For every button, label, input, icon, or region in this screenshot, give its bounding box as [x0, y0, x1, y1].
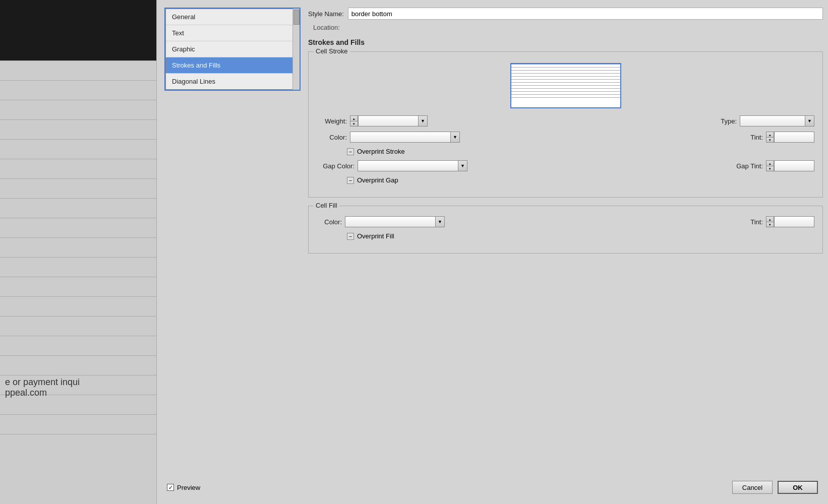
nav-scrollbar[interactable]: [292, 9, 300, 90]
weight-input[interactable]: [358, 115, 419, 127]
color-dropdown-btn[interactable]: ▼: [451, 132, 460, 143]
overprint-gap-checkbox[interactable]: −: [347, 177, 354, 184]
color-col: Color: ▼: [317, 132, 725, 143]
weight-spinner-wrapper: ▴ ▾ ▼: [350, 115, 428, 127]
style-name-input[interactable]: [348, 8, 823, 20]
fill-tint-up-btn[interactable]: ▴: [766, 216, 774, 222]
stroke-preview-box: [510, 63, 621, 108]
weight-type-row: Weight: ▴ ▾ ▼ Type: ▼: [317, 115, 814, 127]
document-lines: [0, 60, 156, 504]
cell-fill-legend: Cell Fill: [314, 202, 339, 209]
color-input[interactable]: [350, 132, 451, 143]
fill-tint-label: Tint:: [745, 218, 763, 226]
cell-stroke-legend: Cell Stroke: [314, 47, 350, 55]
overprint-fill-checkbox[interactable]: −: [347, 233, 354, 240]
nav-item-graphic[interactable]: Graphic: [166, 41, 299, 57]
location-label: Location:: [313, 24, 340, 31]
tint-spinner-wrapper: ▴ ▾: [766, 132, 814, 143]
type-label: Type:: [717, 117, 737, 125]
type-col: Type: ▼: [717, 115, 814, 127]
color-tint-row: Color: ▼ Tint: ▴ ▾: [317, 132, 814, 143]
fill-tint-down-btn[interactable]: ▾: [766, 222, 774, 227]
fill-color-col: Color: ▼: [317, 216, 725, 227]
cell-stroke-group: Cell Stroke: [308, 51, 823, 198]
background-text: e or payment inqui ppeal.com: [0, 372, 156, 403]
overprint-stroke-row: − Overprint Stroke: [317, 148, 814, 155]
fill-tint-spinner-wrapper: ▴ ▾: [766, 216, 814, 227]
type-input[interactable]: [740, 115, 805, 127]
nav-item-text[interactable]: Text: [166, 25, 299, 41]
gap-color-label: Gap Color:: [317, 162, 354, 170]
nav-list: General Text Graphic Strokes and Fills D…: [165, 9, 300, 90]
tint-down-btn[interactable]: ▾: [766, 137, 774, 143]
gap-color-col: Gap Color: ▼: [317, 160, 713, 171]
tint-col: Tint: ▴ ▾: [745, 132, 814, 143]
dialog: General Text Graphic Strokes and Fills D…: [156, 0, 828, 504]
tint-up-btn[interactable]: ▴: [766, 132, 774, 137]
weight-dropdown-btn[interactable]: ▼: [419, 115, 428, 127]
overprint-stroke-checkbox[interactable]: −: [347, 148, 354, 155]
location-row: Location:: [308, 24, 823, 31]
overprint-gap-row: − Overprint Gap: [317, 176, 814, 184]
bottom-bar: ✓ Preview Cancel OK: [157, 481, 828, 494]
gap-color-input[interactable]: [358, 160, 458, 171]
type-select-wrapper: ▼: [740, 115, 814, 127]
right-panel: Style Name: Location: Strokes and Fills …: [308, 8, 823, 262]
tint-spinner[interactable]: ▴ ▾: [766, 132, 774, 143]
ok-button[interactable]: OK: [778, 481, 818, 494]
overprint-gap-label: Overprint Gap: [357, 176, 398, 184]
cell-fill-group: Cell Fill Color: ▼ Tint: ▴ ▾: [308, 206, 823, 254]
preview-label: Preview: [177, 484, 200, 491]
style-name-label: Style Name:: [308, 10, 344, 18]
fill-tint-col: Tint: ▴ ▾: [745, 216, 814, 227]
gap-tint-label: Gap Tint:: [733, 162, 763, 170]
weight-spinner[interactable]: ▴ ▾: [350, 115, 358, 127]
color-label: Color:: [317, 134, 347, 141]
nav-item-strokes-fills[interactable]: Strokes and Fills: [166, 57, 299, 74]
color-select-wrapper: ▼: [350, 132, 460, 143]
fill-color-select-wrapper: ▼: [345, 216, 445, 227]
fill-color-dropdown-btn[interactable]: ▼: [436, 216, 445, 227]
overprint-fill-row: − Overprint Fill: [317, 232, 814, 240]
weight-down-btn[interactable]: ▾: [350, 121, 358, 127]
fill-tint-input[interactable]: [774, 216, 814, 227]
black-bar: [0, 0, 156, 60]
overprint-stroke-label: Overprint Stroke: [357, 148, 405, 155]
gap-color-dropdown-btn[interactable]: ▼: [458, 160, 467, 171]
gap-tint-input[interactable]: [774, 160, 814, 171]
weight-col: Weight: ▴ ▾ ▼: [317, 115, 696, 127]
stroke-preview-lines: [511, 64, 620, 107]
gap-color-select-wrapper: ▼: [358, 160, 467, 171]
gap-tint-spinner[interactable]: ▴ ▾: [766, 160, 774, 171]
preview-checkbox-row: ✓ Preview: [167, 484, 200, 491]
gap-tint-down-btn[interactable]: ▾: [766, 166, 774, 171]
fill-color-tint-row: Color: ▼ Tint: ▴ ▾: [317, 216, 814, 227]
nav-panel: General Text Graphic Strokes and Fills D…: [164, 8, 301, 406]
type-dropdown-btn[interactable]: ▼: [805, 115, 814, 127]
gap-tint-spinner-wrapper: ▴ ▾: [766, 160, 814, 171]
fill-color-label: Color:: [317, 218, 342, 226]
style-name-row: Style Name:: [308, 8, 823, 20]
tint-label: Tint:: [745, 134, 763, 141]
overprint-fill-label: Overprint Fill: [357, 232, 394, 240]
section-title: Strokes and Fills: [308, 38, 823, 46]
fill-tint-spinner[interactable]: ▴ ▾: [766, 216, 774, 227]
preview-checkbox[interactable]: ✓: [167, 484, 174, 491]
gap-color-tint-row: Gap Color: ▼ Gap Tint: ▴ ▾: [317, 160, 814, 171]
nav-item-general[interactable]: General: [166, 9, 299, 25]
gap-tint-up-btn[interactable]: ▴: [766, 160, 774, 166]
weight-up-btn[interactable]: ▴: [350, 115, 358, 121]
weight-label: Weight:: [317, 117, 347, 125]
nav-item-diagonal-lines[interactable]: Diagonal Lines: [166, 74, 299, 89]
nav-list-wrapper: General Text Graphic Strokes and Fills D…: [164, 8, 301, 91]
nav-scroll-thumb[interactable]: [293, 10, 300, 25]
gap-tint-col: Gap Tint: ▴ ▾: [733, 160, 814, 171]
tint-input[interactable]: [774, 132, 814, 143]
background-left: e or payment inqui ppeal.com: [0, 0, 156, 504]
stroke-preview-area: [317, 63, 814, 108]
fill-color-input[interactable]: [345, 216, 436, 227]
cancel-button[interactable]: Cancel: [732, 481, 773, 494]
